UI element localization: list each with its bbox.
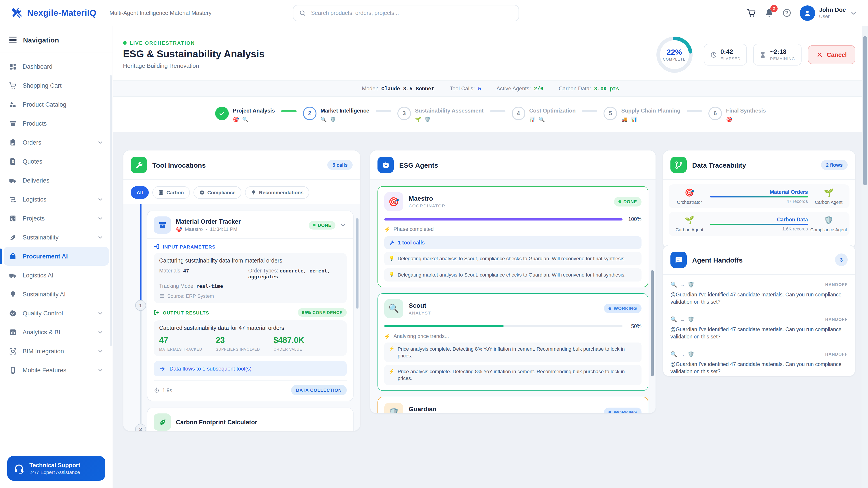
search-input[interactable] [310,9,513,17]
filter-recommendations[interactable]: Recommendations [245,186,309,199]
filter-all[interactable]: All [131,186,149,199]
filter-carbon[interactable]: Carbon [152,186,190,199]
sidebar-item-label: Orders [23,139,41,146]
handoff-item: 🔍 → 🛡️ HANDOFF @Guardian I've identified… [671,311,848,346]
progress-fill [384,325,503,327]
source-row: Source: ERP System [159,293,341,299]
help-icon [782,8,792,18]
agent-card-guardian[interactable]: 🛡️ Guardian VALIDATOR WORKING 50% ⚡Valid… [377,397,648,414]
arrow-right-icon [159,365,165,372]
notifications-button[interactable]: 2 [765,8,774,18]
step-project-analysis[interactable]: Project Analysis🎯 🔍 [215,106,275,122]
model-value: Claude 3.5 Sonnet [381,86,434,92]
agent-name: Scout [409,302,431,309]
sidebar-item-mobile-features[interactable]: Mobile Features [4,361,109,380]
global-search[interactable] [293,5,519,21]
sidebar-item-shopping-cart[interactable]: Shopping Cart [4,76,109,95]
menu-toggle-icon[interactable] [9,37,17,43]
step-check-circle [215,106,229,120]
elapsed-label: ELAPSED [720,56,741,61]
sidebar-item-logistics-ai[interactable]: Logistics AI [4,266,109,285]
chevron-down-icon [97,329,103,335]
shield-emoji-icon: 🛡️ [688,351,694,358]
step-sustainability-assessment[interactable]: 3 Sustainability Assessment🌱 🛡️ [397,106,484,122]
user-menu[interactable]: John Doe User [800,5,857,21]
sidebar-item-sustainability[interactable]: Sustainability [4,228,109,247]
sidebar-item-projects[interactable]: Projects [4,209,109,228]
step-cost-optimization[interactable]: 4 Cost Optimization📊 🔍 [512,106,576,122]
tool-card-carbon-footprint-calculator[interactable]: Carbon Footprint Calculator [147,408,353,431]
step-market-intelligence[interactable]: 2 Market Intelligence🔍 🛡️ [303,106,369,122]
chat-icon [671,252,687,268]
filter-label: Recommendations [259,190,304,195]
cart-button[interactable] [747,8,756,18]
truck-icon [9,176,17,184]
sidebar-item-analytics-bi[interactable]: Analytics & BI [4,323,109,341]
cancel-button[interactable]: Cancel [808,45,855,64]
sidebar-item-product-catalog[interactable]: Product Catalog [4,95,109,114]
sidebar-item-label: Sustainability [23,234,59,240]
hourglass-icon [760,51,767,58]
agent-card-maestro[interactable]: 🎯 Maestro COORDINATOR DONE 100% ⚡Phase c… [377,186,648,287]
filter-compliance[interactable]: Compliance [193,186,241,199]
input-parameters-box: Capturing sustainability data from mater… [154,253,347,303]
shield-emoji-icon: 🛡️ [824,216,833,225]
handoff-tag: HANDOFF [825,352,848,357]
sidebar-item-logistics[interactable]: Logistics [4,190,109,209]
sidebar-item-quotes[interactable]: Quotes [4,152,109,171]
step-supply-chain-planning[interactable]: 5 Supply Chain Planning🚚 📊 [604,106,680,122]
progress-percent: 100% [627,217,642,222]
step-final-synthesis[interactable]: 6 Final Synthesis🎯 [708,106,766,122]
sidebar-scrollbar[interactable] [110,75,112,346]
agent-message: ⚡Price analysis complete. Detecting 8% Y… [384,342,642,362]
handoff-item: 🔍 → 🛡️ HANDOFF @Guardian I've identified… [671,276,848,311]
sidebar-item-orders[interactable]: Orders [4,133,109,152]
tool-calls-label: Tool Calls: [450,86,475,92]
active-agents-label: Active Agents: [496,86,531,92]
badge-check-icon [199,190,205,195]
sidebar-item-dashboard[interactable]: Dashboard [4,57,109,76]
handoff-message: @Guardian I've identified 47 candidate m… [671,326,848,340]
arrow-icon: → [680,352,685,357]
data-flow-note[interactable]: Data flows to 1 subsequent tool(s) [154,361,347,377]
step-label: Market Intelligence [320,106,369,113]
sidebar-item-procurement-ai[interactable]: Procurement AI [4,247,109,266]
remaining-label: REMAINING [770,56,795,61]
lightning-icon: ⚡ [384,226,391,232]
shield-emoji-icon: 🛡️ [688,316,694,323]
confidence-badge: 99% CONFIDENCE [298,308,347,317]
agent-name: Maestro [409,195,445,202]
tool-calls-chip[interactable]: 1 tool calls [384,236,642,249]
technical-support-card[interactable]: Technical Support 24/7 Expert Assistance [7,456,105,481]
truck-icon [9,271,17,279]
tool-card-material-order-tracker[interactable]: Material Order Tracker 🎯 Maestro • 11:34… [147,210,353,401]
step-connector [582,110,597,112]
tool-invocations-panel: Tool Invocations 5 calls All Carbon Comp… [123,150,360,431]
agents-scrollbar[interactable] [651,270,654,377]
progress-fill [384,218,622,220]
handoff-tag: HANDOFF [825,283,848,287]
carbon-data-value: 3.0K pts [594,86,619,92]
brand[interactable]: Nexgile-MateriIQ Multi-Agent Intelligenc… [11,7,212,19]
filter-label: Compliance [207,190,236,195]
step-number: 4 [512,106,525,120]
input-description: Capturing sustainability data from mater… [159,258,341,264]
sidebar-item-quality-control[interactable]: Quality Control [4,304,109,323]
dashboard-icon [9,63,17,70]
collapse-chevron-icon[interactable] [340,221,347,229]
agent-list: 🎯 Maestro COORDINATOR DONE 100% ⚡Phase c… [370,180,655,414]
tools-scrollbar[interactable] [356,218,359,308]
stat-materials-tracked: 47MATERIALS TRACKED [159,336,202,352]
agent-card-scout[interactable]: 🔍 Scout ANALYST WORKING 50% ⚡Analyzing p… [377,293,648,391]
help-button[interactable] [782,8,792,18]
box-icon [9,120,17,127]
sidebar-item-sustainability-ai[interactable]: Sustainability AI [4,285,109,304]
chevron-down-icon [97,310,103,316]
sidebar-item-deliveries[interactable]: Deliveries [4,171,109,190]
sidebar-item-label: Quotes [23,158,42,165]
chevron-down-icon [850,9,857,17]
page-scrollbar[interactable] [862,26,868,488]
sidebar-item-bim-integration[interactable]: BIM Integration [4,341,109,361]
filter-label: All [136,190,143,195]
sidebar-item-products[interactable]: Products [4,114,109,133]
